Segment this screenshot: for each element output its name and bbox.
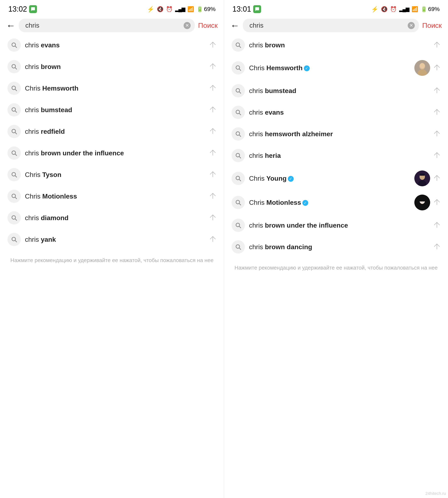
arrow-fill-icon[interactable] [208,148,218,158]
search-circle-icon [232,106,245,119]
arrow-fill-icon[interactable] [432,129,442,139]
arrow-fill-icon[interactable] [208,40,218,50]
arrow-fill-icon[interactable] [432,220,442,230]
avatar [414,171,430,186]
list-item[interactable]: chris hemsworth alzheimer [224,123,448,145]
arrow-fill-icon[interactable] [208,191,218,201]
list-item[interactable]: Chris Hemsworth [0,78,224,99]
list-item[interactable]: chris bumstead [224,80,448,102]
arrow-fill-icon[interactable] [208,170,218,179]
arrow-fill-icon[interactable] [208,213,218,223]
search-submit-button[interactable]: Поиск [422,21,442,30]
search-circle-icon [7,82,21,95]
svg-line-27 [15,219,17,220]
time-text: 13:01 [232,5,251,14]
svg-line-55 [434,152,439,158]
list-item[interactable]: chris brown [0,56,224,78]
list-item[interactable]: chris brown under the influence [224,214,448,236]
arrow-fill-icon[interactable] [208,105,218,115]
battery-icon: 🔋 [421,6,427,13]
search-circle-icon [232,61,245,75]
svg-line-62 [434,175,439,180]
svg-line-18 [15,154,17,156]
wifi-icon: 📶 [187,6,194,13]
list-item[interactable]: Chris Young✓ [224,166,448,191]
suggestion-bold: redfield [41,128,65,135]
arrow-fill-icon[interactable] [432,86,442,96]
arrow-fill-icon[interactable] [208,83,218,93]
arrow-fill-icon[interactable] [208,62,218,71]
suggestion-bold: diamond [41,214,68,222]
list-item[interactable]: chris redfield [0,121,224,142]
wifi-icon: 📶 [411,6,418,13]
arrow-fill-icon[interactable] [208,127,218,136]
arrow-fill-icon[interactable] [432,40,442,50]
list-item[interactable]: Chris Motionless [0,185,224,207]
bluetooth-icon: ⚡ [371,6,378,13]
suggestion-bold: Tyson [42,171,62,178]
list-item[interactable]: chris evans [0,34,224,56]
svg-line-9 [15,89,17,91]
signal-bars-icon: ▂▄▆ [399,6,409,12]
list-item[interactable]: Chris Motionless✓ [224,191,448,214]
suggestion-bold: brown dancing [265,243,312,251]
svg-line-64 [239,204,241,205]
arrow-fill-icon[interactable] [432,107,442,117]
suggestion-bold: brown under the influence [41,149,124,157]
svg-line-52 [434,131,439,136]
search-circle-icon [7,38,21,52]
battery-percent: 69% [428,6,440,13]
svg-line-35 [239,46,241,48]
suggestion-bold: Young [267,175,287,182]
list-item[interactable]: chris bumstead [0,99,224,121]
search-input-wrapper[interactable]: chris ✕ [19,19,195,32]
list-item[interactable]: Chris Tyson [0,164,224,185]
suggestion-text: chris heria [249,152,432,160]
svg-line-48 [239,113,241,115]
search-circle-icon [232,172,245,185]
back-button[interactable]: ← [230,20,240,31]
svg-line-36 [434,42,439,47]
suggestion-bold: brown under the influence [265,222,348,229]
suggestion-text: chris bumstead [249,87,432,95]
suggestion-bold: brown [41,63,61,70]
suggestion-text: chris evans [249,109,432,116]
footer-hint: Нажмите рекомендацию и удерживайте ее на… [0,252,224,268]
mute-icon: 🔇 [381,6,387,13]
list-item[interactable]: chris heria [224,145,448,166]
arrow-fill-icon[interactable] [432,63,442,73]
suggestion-bold: Hemsworth [42,84,79,92]
list-item[interactable]: chris brown dancing [224,236,448,258]
back-button[interactable]: ← [6,20,15,31]
arrow-fill-icon[interactable] [432,173,442,183]
arrow-fill-icon[interactable] [432,151,442,160]
screens-container: 13:02 ⚡ 🔇 ⏰ ▂▄▆ 📶 🔋 69% ← [0,0,448,498]
list-item[interactable]: chris diamond [0,207,224,229]
list-item[interactable]: chris brown [224,34,448,56]
clear-button[interactable]: ✕ [408,22,415,29]
alarm-icon: ⏰ [166,6,173,13]
suggestion-text: chris yank [25,236,208,243]
search-input-wrapper[interactable]: chris ✕ [243,19,419,32]
svg-line-25 [210,193,215,198]
arrow-fill-icon[interactable] [432,197,442,207]
svg-line-43 [434,65,439,70]
clear-button[interactable]: ✕ [184,22,191,29]
arrow-fill-icon[interactable] [432,242,442,252]
avatar [414,194,430,210]
suggestion-text: chris redfield [25,128,208,135]
app-icon [29,5,37,13]
suggestion-text: chris brown [249,41,432,49]
arrow-fill-icon[interactable] [208,234,218,244]
list-item[interactable]: Chris Hemsworth✓ [224,56,448,80]
suggestion-text: chris brown [25,63,208,71]
search-submit-button[interactable]: Поиск [198,21,218,30]
search-query-text: chris [249,22,405,29]
list-item[interactable]: chris yank [0,229,224,250]
list-item[interactable]: chris evans [224,102,448,123]
search-circle-icon [7,60,21,73]
suggestion-text: chris brown under the influence [249,222,432,229]
suggestion-list: chris brown Chris Hemsworth✓ [224,34,448,258]
list-item[interactable]: chris brown under the influence [0,142,224,164]
suggestion-text: Chris Tyson [25,171,208,179]
